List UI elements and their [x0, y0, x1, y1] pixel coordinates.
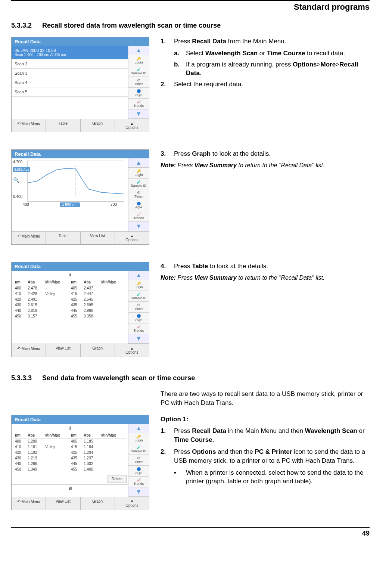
scroll-down-button[interactable]: ▼ — [128, 109, 149, 119]
login-button[interactable]: 🔑Login — [128, 433, 149, 444]
main-menu-button[interactable]: ↶ Main Menu — [12, 119, 46, 132]
view-list-button[interactable]: View List — [46, 497, 80, 510]
scroll-down-button[interactable]: ▼ — [128, 487, 149, 497]
trends-button[interactable]: 📈Trends — [128, 323, 149, 334]
login-button[interactable]: 🔑Login — [128, 280, 149, 291]
x-cursor-label: λ 550 nm — [60, 202, 80, 207]
table-cell: 2.447 — [83, 291, 100, 297]
scan-row[interactable]: Scan 2 — [12, 59, 128, 69]
scan-row-selected[interactable]: 05-JAN-2000 02:10:58 Scan 1 400 - 700 nm… — [12, 46, 128, 59]
sample-id-button[interactable]: 🧪Sample ID — [128, 444, 149, 455]
table-cell: 420 — [14, 297, 27, 302]
options-button[interactable]: ▲Options — [115, 232, 149, 244]
scroll-up-button[interactable]: ▲ — [128, 158, 149, 168]
table-header: nm — [70, 432, 83, 438]
main-menu-button[interactable]: ↶ Main Menu — [12, 232, 46, 244]
scan-row[interactable]: Scan 3 — [12, 69, 128, 78]
table-row[interactable]: 4002.4784052.437 — [14, 285, 126, 291]
table-row[interactable]: 4401.2664451.302 — [14, 461, 126, 466]
table-cell: 3.157 — [27, 313, 44, 319]
intro-paragraph: There are two ways to recall sent data t… — [161, 390, 370, 407]
graph-button[interactable]: Graph — [81, 119, 115, 132]
login-button[interactable]: 🔑Login — [128, 168, 149, 179]
sample-id-button[interactable]: 🧪Sample ID — [128, 179, 149, 189]
print-icon[interactable]: 🖨 — [12, 424, 128, 431]
table-cell: 435 — [70, 455, 83, 461]
table-cell — [44, 308, 70, 313]
table-cell: 1.200 — [27, 438, 44, 444]
trends-button[interactable]: 📈Trends — [128, 211, 149, 222]
table-row[interactable]: 4101.181Valley4151.184 — [14, 444, 126, 450]
table-header: Abs — [83, 432, 100, 438]
step-number: 1. — [161, 37, 170, 46]
table-header: nm — [14, 432, 27, 438]
aqa-button[interactable]: 🔵AQA — [128, 466, 149, 477]
page-number: 49 — [11, 530, 370, 537]
table-row[interactable]: 4503.1574553.358 — [14, 313, 126, 319]
timer-button[interactable]: ⏱Timer — [128, 455, 149, 466]
print-icon[interactable]: 🖨 — [12, 271, 128, 278]
scroll-up-button[interactable]: ▲ — [128, 424, 149, 433]
main-menu-button[interactable]: ↶ Main Menu — [12, 497, 46, 510]
main-menu-button[interactable]: ↶ Main Menu — [12, 344, 46, 357]
table-cell — [100, 444, 126, 450]
scan-row[interactable]: Scan 4 — [12, 78, 128, 87]
table-row[interactable]: 4302.6154352.695 — [14, 302, 126, 308]
timer-button[interactable]: ⏱Timer — [128, 302, 149, 313]
table-cell: 425 — [70, 450, 83, 455]
options-button[interactable]: ▼Options — [115, 497, 149, 510]
scroll-down-button[interactable]: ▼ — [128, 334, 149, 344]
delete-button[interactable]: Delete — [108, 475, 127, 483]
substep-text: If a program is already running, press O… — [186, 60, 370, 78]
table-cell: 2.428 — [27, 291, 44, 297]
trends-button[interactable]: 📈Trends — [128, 477, 149, 487]
table-row[interactable]: 4001.2004051.185 — [14, 438, 126, 444]
table-header: Abs — [83, 279, 100, 285]
table-cell: 410 — [14, 444, 27, 450]
table-header: nm — [14, 279, 27, 285]
aqa-button[interactable]: 🔵AQA — [128, 200, 149, 211]
pc-printer-icon[interactable]: 🖥 — [12, 484, 128, 491]
substep-label: b. — [174, 60, 182, 78]
table-button[interactable]: Table — [46, 232, 80, 244]
table-header: Abs — [27, 432, 44, 438]
table-button[interactable]: Table — [46, 119, 80, 132]
timer-button[interactable]: ⏱Timer — [128, 77, 149, 88]
graph-button[interactable]: Graph — [81, 344, 115, 357]
scroll-up-button[interactable]: ▲ — [128, 271, 149, 280]
option-heading: Option 1: — [161, 415, 370, 424]
view-list-button[interactable]: View List — [81, 232, 115, 244]
login-button[interactable]: 🔑Login — [128, 55, 149, 66]
sample-id-button[interactable]: 🧪Sample ID — [128, 66, 149, 77]
table-cell — [100, 313, 126, 319]
trends-button[interactable]: 📈Trends — [128, 99, 149, 109]
table-cell — [100, 466, 126, 472]
timer-button[interactable]: ⏱Timer — [128, 189, 149, 200]
substep-label: a. — [174, 49, 182, 58]
view-list-button[interactable]: View List — [46, 344, 80, 357]
graph-button[interactable]: Graph — [81, 497, 115, 510]
table-row[interactable]: 4402.8194452.968 — [14, 308, 126, 313]
scroll-down-button[interactable]: ▼ — [128, 222, 149, 231]
table-row[interactable]: 4202.4914252.545 — [14, 297, 126, 302]
ss-title: Recall Data — [15, 151, 41, 157]
step-number: 4. — [161, 262, 170, 271]
zoom-icon[interactable]: 🔍 — [13, 177, 19, 183]
table-cell: 450 — [14, 466, 27, 472]
table-row[interactable]: 4301.2194351.237 — [14, 455, 126, 461]
table-row[interactable]: 4201.1924251.204 — [14, 450, 126, 455]
table-cell: 435 — [70, 302, 83, 308]
options-button[interactable]: ▲Options — [115, 119, 149, 132]
aqa-button[interactable]: 🔵AQA — [128, 88, 149, 99]
sample-id-button[interactable]: 🧪Sample ID — [128, 291, 149, 302]
table-cell: 445 — [70, 308, 83, 313]
table-row[interactable]: 4501.3494551.400 — [14, 466, 126, 472]
scan-row[interactable]: Scan 5 — [12, 87, 128, 97]
table-header: Min/Max — [44, 279, 70, 285]
step-text: Press Graph to look at the details. — [174, 149, 271, 158]
screenshot-send-data: Recall Data 🖨 nmAbsMin/MaxnmAbsMin/Max 4… — [11, 415, 149, 510]
options-button[interactable]: ▲Options — [115, 344, 149, 357]
aqa-button[interactable]: 🔵AQA — [128, 313, 149, 323]
table-row[interactable]: 4102.428Valley4152.447 — [14, 291, 126, 297]
scroll-up-button[interactable]: ▲ — [128, 46, 149, 55]
